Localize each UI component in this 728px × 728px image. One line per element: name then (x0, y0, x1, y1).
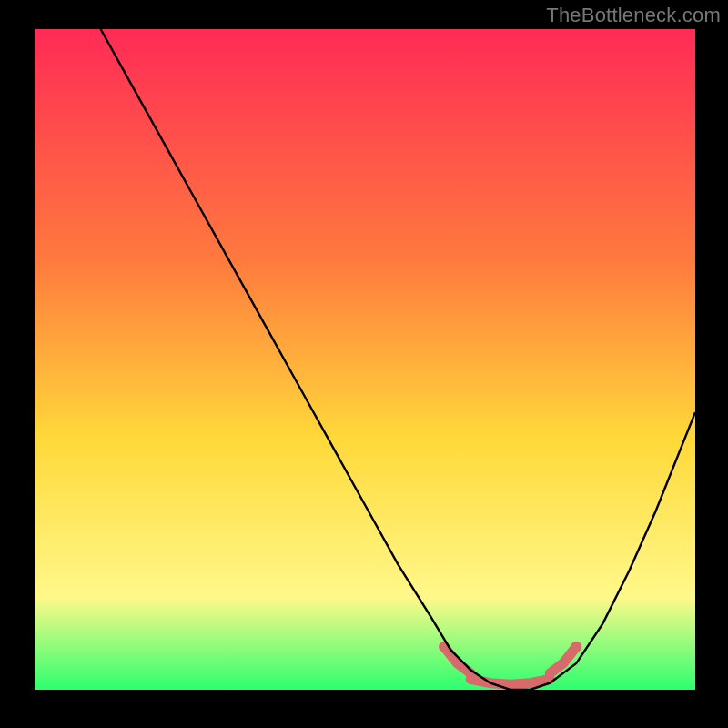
accent-dot-right (571, 642, 581, 652)
chart-stage: TheBottleneck.com (0, 0, 728, 728)
gradient-background (35, 29, 695, 690)
bottleneck-chart (35, 29, 695, 690)
accent-middle (470, 679, 550, 684)
attribution-text: TheBottleneck.com (546, 4, 721, 27)
